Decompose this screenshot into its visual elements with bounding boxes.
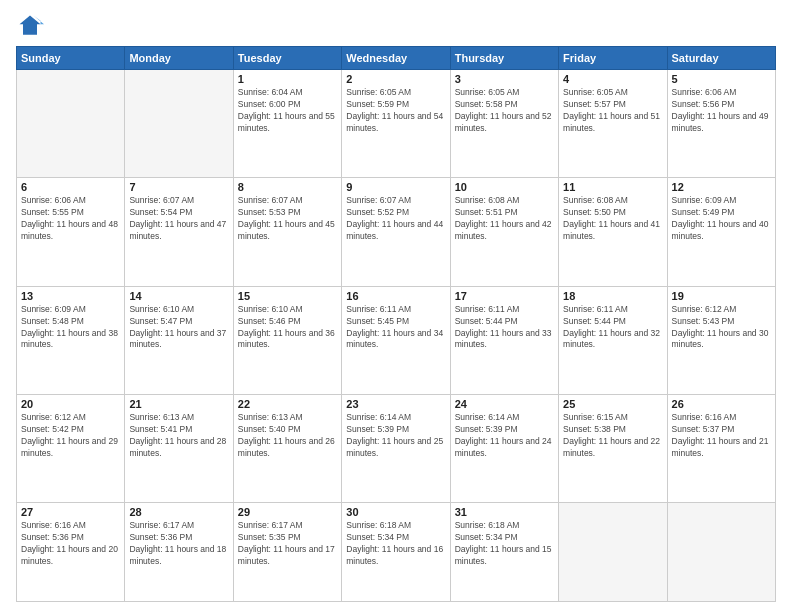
day-info: Sunrise: 6:10 AM Sunset: 5:46 PM Dayligh… <box>238 304 337 352</box>
calendar-cell: 21Sunrise: 6:13 AM Sunset: 5:41 PM Dayli… <box>125 395 233 503</box>
day-number: 28 <box>129 506 228 518</box>
calendar-cell: 29Sunrise: 6:17 AM Sunset: 5:35 PM Dayli… <box>233 503 341 602</box>
day-number: 10 <box>455 181 554 193</box>
calendar-cell <box>667 503 775 602</box>
day-number: 18 <box>563 290 662 302</box>
calendar-cell: 12Sunrise: 6:09 AM Sunset: 5:49 PM Dayli… <box>667 178 775 286</box>
logo <box>16 12 48 40</box>
calendar-week-row-2: 6Sunrise: 6:06 AM Sunset: 5:55 PM Daylig… <box>17 178 776 286</box>
day-info: Sunrise: 6:07 AM Sunset: 5:52 PM Dayligh… <box>346 195 445 243</box>
calendar-cell <box>17 70 125 178</box>
day-number: 27 <box>21 506 120 518</box>
calendar-cell: 11Sunrise: 6:08 AM Sunset: 5:50 PM Dayli… <box>559 178 667 286</box>
page: SundayMondayTuesdayWednesdayThursdayFrid… <box>0 0 792 612</box>
day-number: 30 <box>346 506 445 518</box>
day-number: 3 <box>455 73 554 85</box>
calendar-cell: 25Sunrise: 6:15 AM Sunset: 5:38 PM Dayli… <box>559 395 667 503</box>
calendar-cell: 1Sunrise: 6:04 AM Sunset: 6:00 PM Daylig… <box>233 70 341 178</box>
day-info: Sunrise: 6:09 AM Sunset: 5:48 PM Dayligh… <box>21 304 120 352</box>
day-number: 12 <box>672 181 771 193</box>
logo-icon <box>16 12 44 40</box>
weekday-header-saturday: Saturday <box>667 47 775 70</box>
calendar-cell: 19Sunrise: 6:12 AM Sunset: 5:43 PM Dayli… <box>667 286 775 394</box>
day-info: Sunrise: 6:07 AM Sunset: 5:54 PM Dayligh… <box>129 195 228 243</box>
weekday-header-thursday: Thursday <box>450 47 558 70</box>
day-number: 7 <box>129 181 228 193</box>
calendar-cell: 2Sunrise: 6:05 AM Sunset: 5:59 PM Daylig… <box>342 70 450 178</box>
calendar-cell: 31Sunrise: 6:18 AM Sunset: 5:34 PM Dayli… <box>450 503 558 602</box>
day-number: 22 <box>238 398 337 410</box>
day-number: 11 <box>563 181 662 193</box>
day-info: Sunrise: 6:16 AM Sunset: 5:36 PM Dayligh… <box>21 520 120 568</box>
day-info: Sunrise: 6:05 AM Sunset: 5:57 PM Dayligh… <box>563 87 662 135</box>
weekday-header-tuesday: Tuesday <box>233 47 341 70</box>
calendar-cell: 17Sunrise: 6:11 AM Sunset: 5:44 PM Dayli… <box>450 286 558 394</box>
calendar-cell: 24Sunrise: 6:14 AM Sunset: 5:39 PM Dayli… <box>450 395 558 503</box>
calendar-cell <box>125 70 233 178</box>
calendar-cell: 4Sunrise: 6:05 AM Sunset: 5:57 PM Daylig… <box>559 70 667 178</box>
weekday-header-friday: Friday <box>559 47 667 70</box>
day-info: Sunrise: 6:07 AM Sunset: 5:53 PM Dayligh… <box>238 195 337 243</box>
calendar-cell: 27Sunrise: 6:16 AM Sunset: 5:36 PM Dayli… <box>17 503 125 602</box>
calendar-cell: 14Sunrise: 6:10 AM Sunset: 5:47 PM Dayli… <box>125 286 233 394</box>
calendar-cell: 6Sunrise: 6:06 AM Sunset: 5:55 PM Daylig… <box>17 178 125 286</box>
day-info: Sunrise: 6:10 AM Sunset: 5:47 PM Dayligh… <box>129 304 228 352</box>
day-number: 26 <box>672 398 771 410</box>
calendar-cell: 8Sunrise: 6:07 AM Sunset: 5:53 PM Daylig… <box>233 178 341 286</box>
day-info: Sunrise: 6:11 AM Sunset: 5:44 PM Dayligh… <box>563 304 662 352</box>
calendar-week-row-1: 1Sunrise: 6:04 AM Sunset: 6:00 PM Daylig… <box>17 70 776 178</box>
calendar-cell: 13Sunrise: 6:09 AM Sunset: 5:48 PM Dayli… <box>17 286 125 394</box>
day-number: 15 <box>238 290 337 302</box>
day-number: 14 <box>129 290 228 302</box>
calendar-cell: 22Sunrise: 6:13 AM Sunset: 5:40 PM Dayli… <box>233 395 341 503</box>
day-number: 23 <box>346 398 445 410</box>
day-number: 1 <box>238 73 337 85</box>
day-info: Sunrise: 6:12 AM Sunset: 5:42 PM Dayligh… <box>21 412 120 460</box>
day-number: 19 <box>672 290 771 302</box>
day-number: 31 <box>455 506 554 518</box>
calendar-week-row-4: 20Sunrise: 6:12 AM Sunset: 5:42 PM Dayli… <box>17 395 776 503</box>
day-info: Sunrise: 6:06 AM Sunset: 5:56 PM Dayligh… <box>672 87 771 135</box>
day-info: Sunrise: 6:11 AM Sunset: 5:44 PM Dayligh… <box>455 304 554 352</box>
day-info: Sunrise: 6:11 AM Sunset: 5:45 PM Dayligh… <box>346 304 445 352</box>
day-number: 20 <box>21 398 120 410</box>
calendar-cell: 23Sunrise: 6:14 AM Sunset: 5:39 PM Dayli… <box>342 395 450 503</box>
day-info: Sunrise: 6:16 AM Sunset: 5:37 PM Dayligh… <box>672 412 771 460</box>
calendar-cell: 15Sunrise: 6:10 AM Sunset: 5:46 PM Dayli… <box>233 286 341 394</box>
calendar-cell: 28Sunrise: 6:17 AM Sunset: 5:36 PM Dayli… <box>125 503 233 602</box>
day-number: 6 <box>21 181 120 193</box>
day-info: Sunrise: 6:14 AM Sunset: 5:39 PM Dayligh… <box>346 412 445 460</box>
day-info: Sunrise: 6:05 AM Sunset: 5:59 PM Dayligh… <box>346 87 445 135</box>
day-info: Sunrise: 6:09 AM Sunset: 5:49 PM Dayligh… <box>672 195 771 243</box>
calendar-cell: 16Sunrise: 6:11 AM Sunset: 5:45 PM Dayli… <box>342 286 450 394</box>
day-info: Sunrise: 6:05 AM Sunset: 5:58 PM Dayligh… <box>455 87 554 135</box>
day-number: 29 <box>238 506 337 518</box>
weekday-header-sunday: Sunday <box>17 47 125 70</box>
calendar-cell: 18Sunrise: 6:11 AM Sunset: 5:44 PM Dayli… <box>559 286 667 394</box>
calendar-cell: 7Sunrise: 6:07 AM Sunset: 5:54 PM Daylig… <box>125 178 233 286</box>
day-number: 4 <box>563 73 662 85</box>
day-info: Sunrise: 6:08 AM Sunset: 5:50 PM Dayligh… <box>563 195 662 243</box>
day-info: Sunrise: 6:13 AM Sunset: 5:41 PM Dayligh… <box>129 412 228 460</box>
day-info: Sunrise: 6:15 AM Sunset: 5:38 PM Dayligh… <box>563 412 662 460</box>
day-info: Sunrise: 6:06 AM Sunset: 5:55 PM Dayligh… <box>21 195 120 243</box>
day-number: 5 <box>672 73 771 85</box>
day-info: Sunrise: 6:14 AM Sunset: 5:39 PM Dayligh… <box>455 412 554 460</box>
day-info: Sunrise: 6:04 AM Sunset: 6:00 PM Dayligh… <box>238 87 337 135</box>
calendar-cell: 9Sunrise: 6:07 AM Sunset: 5:52 PM Daylig… <box>342 178 450 286</box>
day-number: 25 <box>563 398 662 410</box>
calendar-cell: 30Sunrise: 6:18 AM Sunset: 5:34 PM Dayli… <box>342 503 450 602</box>
day-info: Sunrise: 6:13 AM Sunset: 5:40 PM Dayligh… <box>238 412 337 460</box>
day-number: 21 <box>129 398 228 410</box>
calendar-week-row-3: 13Sunrise: 6:09 AM Sunset: 5:48 PM Dayli… <box>17 286 776 394</box>
weekday-header-wednesday: Wednesday <box>342 47 450 70</box>
calendar-week-row-5: 27Sunrise: 6:16 AM Sunset: 5:36 PM Dayli… <box>17 503 776 602</box>
calendar-cell <box>559 503 667 602</box>
day-info: Sunrise: 6:17 AM Sunset: 5:36 PM Dayligh… <box>129 520 228 568</box>
day-number: 17 <box>455 290 554 302</box>
day-number: 16 <box>346 290 445 302</box>
day-info: Sunrise: 6:18 AM Sunset: 5:34 PM Dayligh… <box>455 520 554 568</box>
calendar-cell: 10Sunrise: 6:08 AM Sunset: 5:51 PM Dayli… <box>450 178 558 286</box>
day-number: 24 <box>455 398 554 410</box>
calendar-cell: 26Sunrise: 6:16 AM Sunset: 5:37 PM Dayli… <box>667 395 775 503</box>
